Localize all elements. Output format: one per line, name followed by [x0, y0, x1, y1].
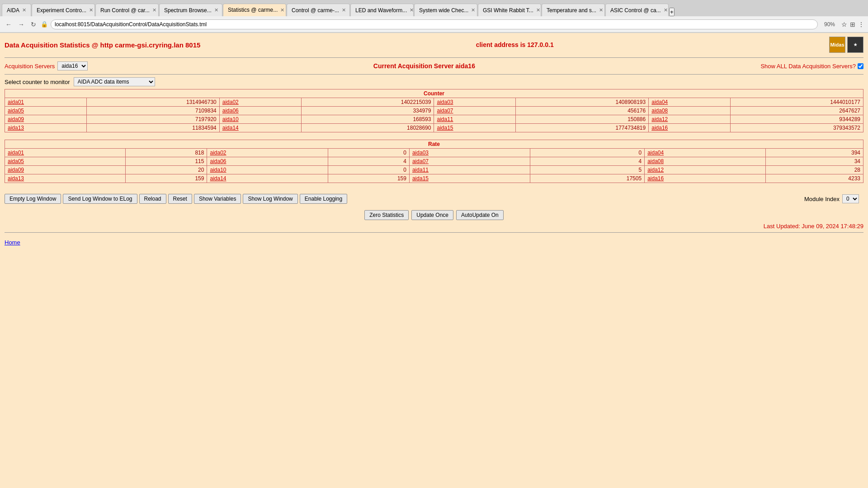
rate-name-aida06[interactable]: aida06: [207, 157, 328, 166]
counter-name-aida13[interactable]: aida13: [5, 124, 87, 132]
close-icon[interactable]: ✕: [536, 7, 540, 13]
close-icon[interactable]: ✕: [280, 7, 284, 13]
address-input[interactable]: [51, 19, 818, 29]
counter-value-aida03: 1408908193: [516, 98, 649, 107]
rate-name-aida10[interactable]: aida10: [207, 166, 328, 174]
counter-name-aida15[interactable]: aida15: [434, 124, 516, 132]
rate-name-aida08[interactable]: aida08: [645, 157, 765, 166]
counter-select-label: Select counter to monitor: [5, 79, 70, 85]
rate-name-aida02[interactable]: aida02: [207, 149, 328, 157]
counter-name-aida08[interactable]: aida08: [649, 107, 731, 115]
counter-name-aida01[interactable]: aida01: [5, 98, 87, 107]
counter-table: Counter aida01 1314946730 aida02 1402215…: [5, 89, 863, 132]
counter-value-aida02: 1402215039: [301, 98, 434, 107]
zero-statistics-button[interactable]: Zero Statistics: [364, 210, 409, 220]
tab-led-waveform[interactable]: LED and Waveform... ✕: [350, 4, 414, 16]
counter-name-aida07[interactable]: aida07: [434, 107, 516, 115]
close-icon[interactable]: ✕: [410, 7, 414, 13]
new-tab-button[interactable]: +: [669, 8, 675, 16]
counter-name-aida11[interactable]: aida11: [434, 115, 516, 124]
counter-name-aida09[interactable]: aida09: [5, 115, 87, 124]
counter-value-aida01: 1314946730: [86, 98, 219, 107]
home-link[interactable]: Home: [5, 239, 20, 246]
counter-value-aida09: 7197920: [86, 115, 219, 124]
close-icon[interactable]: ✕: [664, 7, 668, 13]
reset-button[interactable]: Reset: [168, 194, 192, 204]
update-once-button[interactable]: Update Once: [411, 210, 453, 220]
rate-name-aida09[interactable]: aida09: [5, 166, 126, 174]
tab-system-check[interactable]: System wide Chec... ✕: [414, 4, 477, 16]
close-icon[interactable]: ✕: [599, 7, 603, 13]
counter-type-select[interactable]: AIDA ADC data items: [74, 77, 155, 86]
midas-logo: Midas: [829, 37, 845, 53]
close-icon[interactable]: ✕: [89, 7, 93, 13]
counter-name-aida02[interactable]: aida02: [219, 98, 301, 107]
rate-name-aida15[interactable]: aida15: [409, 174, 530, 183]
show-all-checkbox[interactable]: [858, 63, 863, 69]
rate-value-aida15: 17505: [530, 174, 645, 183]
table-row: aida01 1314946730 aida02 1402215039 aida…: [5, 98, 863, 107]
counter-name-aida12[interactable]: aida12: [649, 115, 731, 124]
tab-statistics[interactable]: Statistics @ carme... ✕: [223, 4, 286, 16]
rate-name-aida01[interactable]: aida01: [5, 149, 126, 157]
show-all-label: Show ALL Data Acquisition Servers?: [760, 63, 856, 70]
tab-temperature[interactable]: Temperature and s... ✕: [542, 4, 605, 16]
table-row: aida13 11834594 aida14 18028690 aida15 1…: [5, 124, 863, 132]
extensions-icon[interactable]: ⊞: [850, 21, 855, 28]
rate-value-aida08: 34: [765, 157, 863, 166]
tab-control[interactable]: Control @ carme-... ✕: [287, 4, 350, 16]
counter-name-aida10[interactable]: aida10: [219, 115, 301, 124]
counter-value-aida12: 9344289: [730, 115, 863, 124]
rate-name-aida03[interactable]: aida03: [409, 149, 530, 157]
divider-1: [5, 57, 863, 58]
counter-select-row: Select counter to monitor AIDA ADC data …: [5, 77, 863, 86]
counter-name-aida04[interactable]: aida04: [649, 98, 731, 107]
counter-name-aida03[interactable]: aida03: [434, 98, 516, 107]
forward-button[interactable]: →: [16, 20, 26, 29]
tab-gsi-white-rabbit[interactable]: GSI White Rabbit T... ✕: [478, 4, 541, 16]
show-log-window-button[interactable]: Show Log Window: [243, 194, 297, 204]
reload-button[interactable]: ↻: [29, 20, 38, 29]
close-icon[interactable]: ✕: [471, 7, 475, 13]
counter-name-aida14[interactable]: aida14: [219, 124, 301, 132]
show-variables-button[interactable]: Show Variables: [194, 194, 241, 204]
counter-name-aida16[interactable]: aida16: [649, 124, 731, 132]
rate-name-aida16[interactable]: aida16: [645, 174, 765, 183]
bookmark-icon[interactable]: ☆: [841, 21, 847, 28]
counter-name-aida05[interactable]: aida05: [5, 107, 87, 115]
tab-experiment-control[interactable]: Experiment Contro... ✕: [32, 4, 95, 16]
counter-name-aida06[interactable]: aida06: [219, 107, 301, 115]
tab-run-control[interactable]: Run Control @ car... ✕: [95, 4, 159, 16]
rate-value-aida02: 0: [328, 149, 409, 157]
send-log-to-elog-button[interactable]: Send Log Window to ELog: [63, 194, 137, 204]
enable-logging-button[interactable]: Enable Logging: [300, 194, 347, 204]
tab-asic-control[interactable]: ASIC Control @ ca... ✕: [605, 4, 669, 16]
acquisition-server-select[interactable]: aida16: [57, 61, 88, 70]
rate-name-aida05[interactable]: aida05: [5, 157, 126, 166]
rate-name-aida14[interactable]: aida14: [207, 174, 328, 183]
rate-section-header: Rate: [5, 140, 863, 149]
back-button[interactable]: ←: [4, 20, 14, 29]
rate-name-aida11[interactable]: aida11: [409, 166, 530, 174]
close-icon[interactable]: ✕: [214, 7, 218, 13]
rate-name-aida13[interactable]: aida13: [5, 174, 126, 183]
tab-spectrum-browser[interactable]: Spectrum Browse... ✕: [159, 4, 222, 16]
rate-value-aida13: 159: [126, 174, 207, 183]
tab-aida[interactable]: AIDA ✕: [2, 4, 31, 16]
rate-name-aida07[interactable]: aida07: [409, 157, 530, 166]
rate-name-aida04[interactable]: aida04: [645, 149, 765, 157]
counter-value-aida06: 334979: [301, 107, 434, 115]
reload-button-action[interactable]: Reload: [139, 194, 166, 204]
close-icon[interactable]: ✕: [22, 7, 26, 13]
module-index-label: Module Index: [804, 196, 840, 202]
rate-name-aida12[interactable]: aida12: [645, 166, 765, 174]
module-index-select[interactable]: 0: [842, 194, 859, 203]
close-icon[interactable]: ✕: [152, 7, 156, 13]
page-title: Data Acquisition Statistics @ http carme…: [5, 41, 200, 49]
empty-log-window-button[interactable]: Empty Log Window: [5, 194, 61, 204]
tab-label: Temperature and s...: [547, 7, 596, 14]
table-row: aida05 7109834 aida06 334979 aida07 4561…: [5, 107, 863, 115]
close-icon[interactable]: ✕: [342, 7, 346, 13]
menu-icon[interactable]: ⋮: [858, 21, 864, 28]
autoupdate-button[interactable]: AutoUpdate On: [456, 210, 504, 220]
